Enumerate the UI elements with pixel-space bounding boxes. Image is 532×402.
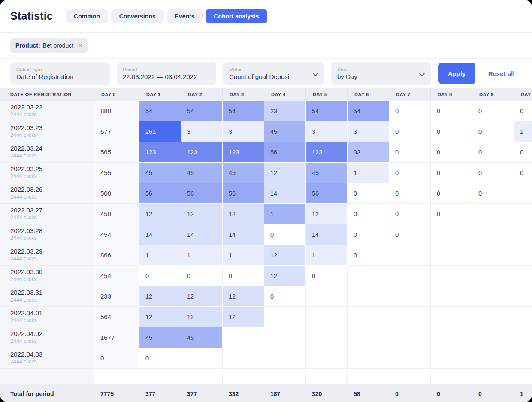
tab-events[interactable]: Events — [167, 9, 203, 23]
tab-common[interactable]: Common — [66, 9, 108, 23]
cohort-type-field[interactable]: Cohort type Date of Registration — [10, 62, 110, 85]
value-cell: 14 — [139, 224, 181, 245]
empty-cell — [431, 266, 472, 286]
cohort-clicks: 2444 clicks — [10, 256, 37, 263]
statistic-page: Statistic Common Conversions Events Coho… — [0, 0, 532, 402]
table-row: 2022.04.012444 clicks564121212 — [0, 307, 532, 327]
value-cell: 0 — [389, 101, 431, 121]
cohort-type-label: Cohort type — [16, 67, 104, 72]
value-cell: 1 — [348, 163, 389, 183]
value-cell: 0 — [431, 142, 472, 163]
value-cell: 0 — [389, 183, 431, 204]
value-cell: 123 — [306, 142, 348, 163]
empty-cell — [223, 348, 264, 369]
value-cell: 14 — [223, 224, 264, 245]
total-cell: 320 — [306, 384, 348, 402]
day0-cell: 866 — [94, 245, 139, 266]
product-filter-chip[interactable]: Product: Bet product ✕ — [10, 38, 88, 53]
spacer-cell — [94, 369, 139, 384]
column-header: DAY 7 — [389, 88, 431, 101]
value-cell: 45 — [181, 163, 223, 183]
value-cell: 0 — [389, 142, 431, 163]
empty-cell — [472, 245, 514, 266]
tab-cohort-analysis[interactable]: Cohort analysis — [206, 9, 267, 23]
value-cell: 54 — [223, 101, 264, 121]
cohort-date: 2022.04.02 — [10, 330, 42, 338]
value-cell: 56 — [181, 183, 223, 204]
cohort-clicks: 2444 clicks — [10, 276, 37, 283]
empty-cell — [514, 327, 532, 348]
value-cell: 56 — [223, 183, 264, 204]
empty-cell — [348, 266, 389, 286]
chip-remove-icon[interactable]: ✕ — [78, 42, 83, 49]
cohort-date-cell: 2022.04.032444 clicks — [0, 348, 94, 369]
empty-cell — [431, 327, 472, 348]
value-cell: 0 — [472, 101, 514, 121]
day0-cell: 454 — [94, 266, 139, 286]
cohort-clicks: 2444 clicks — [10, 173, 37, 180]
tab-conversions[interactable]: Conversions — [111, 9, 164, 23]
cohort-date-cell: 2022.03.262444 clicks — [0, 183, 94, 204]
value-cell: 0 — [264, 224, 306, 245]
empty-cell — [472, 327, 514, 348]
value-cell: 0 — [431, 121, 472, 142]
page-title: Statistic — [10, 10, 53, 22]
table-header-row: DATE OF REGISTRATIONDAY 0DAY 1DAY 2DAY 3… — [0, 88, 532, 101]
value-cell: 33 — [348, 142, 389, 163]
metric-select[interactable]: Metric Count of goal Deposit — [223, 62, 324, 85]
table-row: 2022.03.232444 clicks6772613345330001 — [0, 121, 532, 142]
empty-cell — [514, 183, 532, 204]
empty-cell — [431, 348, 472, 369]
value-cell: 0 — [389, 121, 431, 142]
metric-value: Count of goal Deposit — [229, 73, 310, 80]
value-cell: 14 — [264, 183, 306, 204]
value-cell: 12 — [139, 286, 181, 307]
value-cell: 3 — [348, 121, 389, 142]
value-cell: 54 — [348, 101, 389, 121]
cohort-date-cell: 2022.03.242444 clicks — [0, 142, 94, 163]
table-row: 2022.03.282444 clicks45414141401400 — [0, 224, 532, 245]
empty-cell — [389, 327, 431, 348]
total-cell: 58 — [348, 384, 389, 402]
top-bar: Statistic Common Conversions Events Coho… — [0, 0, 532, 33]
cohort-date-cell: 2022.03.282444 clicks — [0, 224, 94, 245]
value-cell: 45 — [306, 163, 348, 183]
empty-cell — [472, 204, 514, 224]
cohort-date: 2022.03.31 — [10, 289, 42, 297]
step-select[interactable]: Step by Day — [331, 62, 431, 85]
value-cell: 0 — [472, 142, 514, 163]
cohort-date: 2022.03.30 — [10, 268, 42, 276]
period-field[interactable]: Period 22.03.2022 — 03.04.2022 — [117, 62, 216, 85]
cohort-date: 2022.04.01 — [10, 309, 42, 317]
cohort-date-cell: 2022.03.222444 clicks — [0, 101, 94, 121]
empty-cell — [514, 266, 532, 286]
table-spacer-row — [0, 369, 532, 384]
column-header: DAY 1 — [139, 88, 181, 101]
value-cell: 0 — [472, 183, 514, 204]
empty-cell — [389, 266, 431, 286]
value-cell: 12 — [306, 204, 348, 224]
apply-button[interactable]: Apply — [438, 63, 475, 84]
value-cell: 0 — [348, 183, 389, 204]
table-row: 2022.03.312444 clicks2331212120 — [0, 286, 532, 307]
cohort-clicks: 2444 clicks — [10, 359, 37, 366]
cohort-clicks: 2444 clicks — [10, 194, 37, 201]
total-cell: 0 — [389, 384, 431, 402]
value-cell: 0 — [389, 224, 431, 245]
value-cell: 56 — [264, 142, 306, 163]
table-row: 2022.03.222444 clicks8805454542354540000 — [0, 101, 532, 121]
empty-cell — [348, 327, 389, 348]
empty-cell — [514, 348, 532, 369]
value-cell: 0 — [514, 142, 532, 163]
cohort-clicks: 2444 clicks — [10, 297, 37, 304]
empty-cell — [181, 348, 223, 369]
cohort-clicks: 2444 clicks — [10, 338, 37, 345]
reset-all-link[interactable]: Reset all — [488, 70, 515, 77]
empty-cell — [306, 327, 348, 348]
value-cell: 0 — [472, 121, 514, 142]
empty-cell — [264, 327, 306, 348]
period-label: Period — [123, 67, 210, 72]
total-cell: 1 — [514, 384, 532, 402]
empty-cell — [306, 286, 348, 307]
value-cell: 3 — [181, 121, 223, 142]
